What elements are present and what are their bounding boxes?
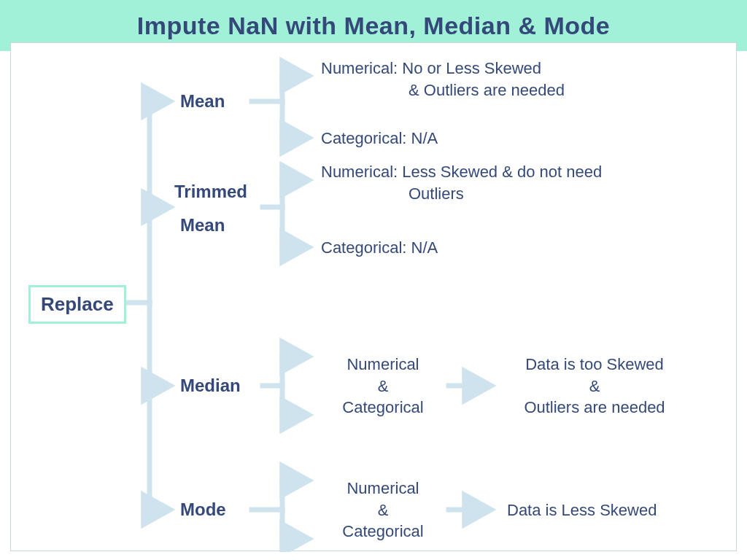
method-median: Median (180, 374, 241, 397)
method-trimmed-l2: Mean (180, 214, 225, 237)
median-cond-l1: Data is too Skewed (525, 355, 664, 373)
root-replace: Replace (28, 285, 126, 324)
method-mode: Mode (180, 498, 226, 521)
trimmed-categorical: Categorical: N/A (321, 237, 438, 259)
median-cond-l3: Outliers are needed (524, 398, 665, 416)
median-types: Numerical & Categorical (325, 354, 441, 419)
mean-numerical-l1: Numerical: No or Less Skewed (321, 59, 541, 77)
median-types-l3: Categorical (342, 398, 423, 416)
trimmed-numerical-l1: Numerical: Less Skewed & do not need (321, 163, 602, 181)
median-condition: Data is too Skewed & Outliers are needed (500, 354, 689, 419)
mode-types-l3: Categorical (342, 522, 423, 540)
page-title: Impute NaN with Mean, Median & Mode (137, 12, 610, 40)
mode-types: Numerical & Categorical (325, 478, 441, 542)
diagram-canvas: Replace Mean Numerical: No or Less Skewe… (10, 42, 737, 551)
mode-types-l2: & (378, 501, 389, 519)
median-cond-l2: & (589, 377, 600, 395)
method-mean: Mean (180, 90, 225, 113)
mode-types-l1: Numerical (347, 479, 419, 497)
median-types-l2: & (378, 377, 389, 395)
mean-numerical: Numerical: No or Less Skewed & Outliers … (321, 58, 565, 101)
mean-numerical-l2: & Outliers are needed (321, 81, 565, 99)
trimmed-numerical: Numerical: Less Skewed & do not need Out… (321, 161, 602, 204)
trimmed-numerical-l2: Outliers (321, 184, 464, 203)
mean-categorical: Categorical: N/A (321, 128, 438, 149)
mode-condition: Data is Less Skewed (507, 499, 657, 521)
median-types-l1: Numerical (347, 355, 419, 373)
method-trimmed-l1: Trimmed (174, 180, 247, 203)
